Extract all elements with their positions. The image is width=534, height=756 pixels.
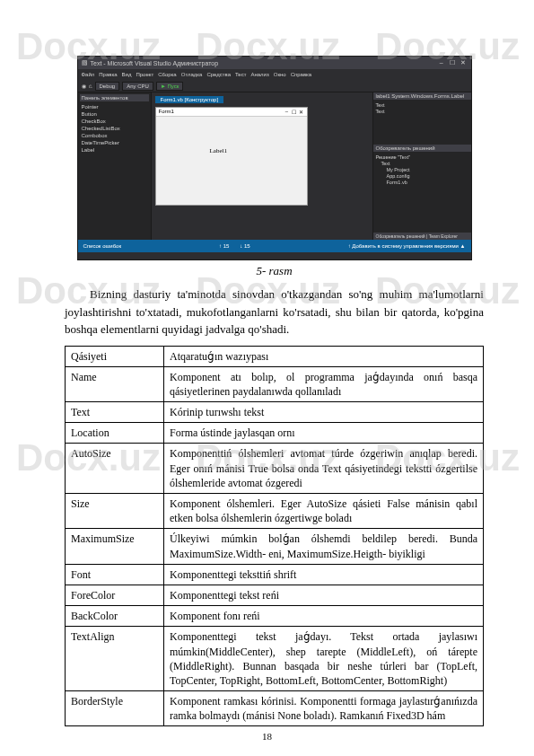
vs-form-titlebar: Form1 – ☐ ✕ [156,108,307,117]
prop-name: BackColor [66,606,164,627]
vs-form-body: Label1 [156,117,307,205]
menu-item: Справка [291,72,312,77]
prop-row: Text [376,101,468,108]
form-max-icon: ☐ [292,109,297,115]
prop-name: Font [66,564,164,585]
prop-desc: Atqaratuǵın wazıypası [164,346,484,366]
cpu-dropdown: Any CPU [122,82,153,91]
run-button: ► Пуск [156,82,183,91]
prop-name: Size [66,494,164,529]
table-row: LocationForma ústinde jaylasqan ornı [66,423,484,444]
prop-desc: Forma ústinde jaylasqan ornı [164,423,484,444]
prop-name: Name [66,366,164,401]
table-row: TextAlignKomponenttegi tekst jaǵdayı. Te… [66,627,484,691]
menu-item: Сборка [158,72,177,77]
menu-item: Окно [274,72,286,77]
vs-body: Панель элементов Pointer Button CheckBox… [78,92,471,240]
body-paragraph: Bizning dasturiy ta'minotda sinovdan o't… [65,286,484,338]
vs-logo-icon: ▧ [82,59,88,66]
menu-item: Правка [99,72,117,77]
vs-window-title: Text - Microsoft Visual Studio Администр… [91,60,219,66]
vs-right-panels: label1 System.Windows.Forms.Label Text T… [372,92,471,240]
solution-item: Form1.vb [376,179,468,185]
vs-statusbar: Список ошибок ↑ 15 ↓ 15 ↑ Добавить в сис… [78,240,471,252]
toolbox-item: DateTimePicker [80,139,149,146]
table-row: NameKomponent atı bolıp, ol programma ja… [66,366,484,401]
properties-table-body: QásiyetiAtqaratuǵın wazıypası NameKompon… [66,346,484,726]
page-number: 18 [0,731,534,742]
menu-item: Проект [136,72,153,77]
prop-desc: Komponenttegi teksttiń shrift [164,564,484,585]
prop-desc: Úlkeyiwi múmkin bolǵan ólshemdi beldilep… [164,529,484,564]
vs-designer: Form1.vb [Конструктор] Form1 – ☐ ✕ Label… [152,92,372,240]
vs-titlebar: ▧ Text - Microsoft Visual Studio Админис… [78,57,471,69]
prop-name: Text [66,402,164,423]
table-row: TextKórinip turıwshı tekst [66,402,484,423]
vs-screenshot: ▧ Text - Microsoft Visual Studio Админис… [77,56,472,260]
prop-name: ForeColor [66,585,164,605]
toolbox-item: CheckBox [80,118,149,125]
prop-name: Qásiyeti [66,346,164,366]
toolbox-item: Pointer [80,103,149,110]
vs-toolbar: ◉ ⎌ Debug Any CPU ► Пуск [78,80,471,92]
prop-desc: Komponenttiń ólshemleri avtomat túrde óz… [164,444,484,494]
prop-name: Location [66,423,164,444]
toolbar-btn: ⎌ [89,84,92,89]
prop-desc: Komponent ramkası kórinisi. Komponentti … [164,691,484,726]
figure-caption: 5- rasm [65,264,484,278]
status-pos: ↑ 15 [219,243,229,249]
prop-name: BorderStyle [66,691,164,726]
status-pos: ↓ 15 [240,243,249,249]
prop-desc: Komponenttegi tekst reńi [164,585,484,605]
prop-desc: Komponent ólshemleri. Eger AutoSize qási… [164,494,484,529]
table-row: BackColorKomponent fonı reńi [66,606,484,627]
prop-name: TextAlign [66,627,164,691]
properties-header: label1 System.Windows.Forms.Label [373,92,471,100]
form-close-icon: ✕ [299,109,304,115]
solution-item: Text [376,160,468,166]
menu-item: Тест [235,72,246,77]
table-row: ForeColorKomponenttegi tekst reńi [66,585,484,605]
vs-toolbox: Панель элементов Pointer Button CheckBox… [78,92,152,240]
vs-window-controls: – ☐ ✕ [437,59,468,66]
status-right: ↑ Добавить в систему управления версиями… [348,243,466,249]
prop-desc: Komponent atı bolıp, ol programma jaǵday… [164,366,484,401]
form-min-icon: – [285,109,290,115]
toolbox-header: Панель элементов [80,94,149,101]
table-row: BorderStyleKomponent ramkası kórinisi. K… [66,691,484,726]
table-row: QásiyetiAtqaratuǵın wazıypası [66,346,484,366]
solution-header: Обозреватель решений [373,145,471,152]
solution-item: App.config [376,172,468,179]
table-row: SizeKomponent ólshemleri. Eger AutoSize … [66,494,484,529]
prop-desc: Kórinip turıwshı tekst [164,402,484,423]
menu-item: Файл [82,72,95,77]
maximize-icon: ☐ [448,59,457,66]
prop-row: Text [376,108,468,114]
vs-form-preview: Form1 – ☐ ✕ Label1 [155,107,308,206]
toolbox-item: CheckedListBox [80,125,149,132]
vs-menubar: Файл Правка Вид Проект Сборка Отладка Ср… [78,69,471,80]
prop-name: AutoSize [66,444,164,494]
menu-item: Вид [122,72,132,77]
menu-item: Средства [206,72,231,77]
designer-tab: Form1.vb [Конструктор] [155,96,224,103]
properties-table: QásiyetiAtqaratuǵın wazıypası NameKompon… [65,346,484,727]
solution-footer: Обозреватель решений | Team Explorer [373,233,471,240]
config-dropdown: Debug [95,82,120,91]
solution-item: My Project [376,166,468,172]
prop-desc: Komponenttegi tekst jaǵdayı. Tekst ortad… [164,627,484,691]
solution-item: Решение "Text" [376,154,468,160]
prop-name: MaximumSize [66,529,164,564]
toolbox-item: Combobox [80,132,149,139]
minimize-icon: – [437,59,446,66]
toolbox-item: Label [80,146,149,154]
page-content: ▧ Text - Microsoft Visual Studio Админис… [0,0,534,753]
toolbar-btn: ◉ [82,83,86,89]
close-icon: ✕ [459,59,468,66]
status-left: Список ошибок [83,243,122,249]
table-row: AutoSizeKomponenttiń ólshemleri avtomat … [66,444,484,494]
label1-control: Label1 [210,147,227,154]
table-row: FontKomponenttegi teksttiń shrift [66,564,484,585]
toolbox-item: Button [80,110,149,118]
menu-item: Анализ [250,72,268,77]
